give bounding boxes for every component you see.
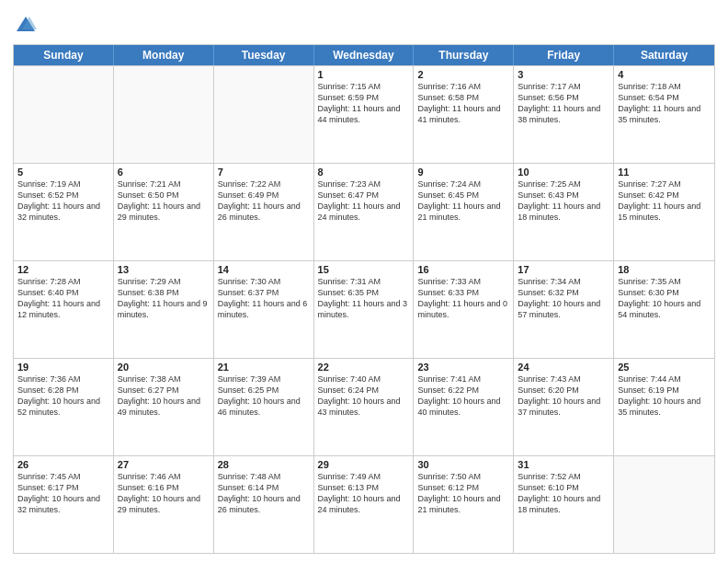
day-number: 3	[518, 69, 609, 80]
calendar-day-28: 28Sunrise: 7:48 AM Sunset: 6:14 PM Dayli…	[214, 456, 314, 553]
day-number: 9	[417, 167, 509, 178]
day-info: Sunrise: 7:40 AM Sunset: 6:24 PM Dayligh…	[318, 373, 410, 419]
calendar-day-31: 31Sunrise: 7:52 AM Sunset: 6:10 PM Dayli…	[514, 456, 614, 553]
day-number: 24	[518, 362, 609, 373]
weekday-header-monday: Monday	[114, 45, 214, 65]
day-number: 31	[518, 459, 609, 470]
day-info: Sunrise: 7:27 AM Sunset: 6:42 PM Dayligh…	[618, 178, 711, 224]
day-info: Sunrise: 7:19 AM Sunset: 6:52 PM Dayligh…	[17, 178, 109, 224]
calendar-day-29: 29Sunrise: 7:49 AM Sunset: 6:13 PM Dayli…	[314, 456, 415, 553]
calendar-day-5: 5Sunrise: 7:19 AM Sunset: 6:52 PM Daylig…	[14, 164, 114, 260]
weekday-header-tuesday: Tuesday	[214, 45, 314, 65]
day-info: Sunrise: 7:44 AM Sunset: 6:19 PM Dayligh…	[618, 373, 711, 419]
calendar-day-empty	[14, 66, 114, 163]
calendar-day-empty	[114, 66, 214, 163]
calendar-day-24: 24Sunrise: 7:43 AM Sunset: 6:20 PM Dayli…	[514, 359, 614, 455]
calendar-day-19: 19Sunrise: 7:36 AM Sunset: 6:28 PM Dayli…	[14, 359, 114, 455]
day-info: Sunrise: 7:24 AM Sunset: 6:45 PM Dayligh…	[417, 178, 509, 224]
calendar-week-5: 26Sunrise: 7:45 AM Sunset: 6:17 PM Dayli…	[14, 455, 714, 553]
calendar-day-23: 23Sunrise: 7:41 AM Sunset: 6:22 PM Dayli…	[414, 359, 514, 455]
day-info: Sunrise: 7:43 AM Sunset: 6:20 PM Dayligh…	[518, 373, 609, 419]
day-number: 23	[417, 362, 509, 373]
day-number: 18	[618, 264, 711, 275]
calendar-day-11: 11Sunrise: 7:27 AM Sunset: 6:42 PM Dayli…	[614, 164, 714, 260]
day-info: Sunrise: 7:38 AM Sunset: 6:27 PM Dayligh…	[118, 373, 210, 419]
day-number: 25	[618, 362, 711, 373]
calendar-day-7: 7Sunrise: 7:22 AM Sunset: 6:49 PM Daylig…	[214, 164, 314, 260]
weekday-header-sunday: Sunday	[14, 45, 114, 65]
day-info: Sunrise: 7:30 AM Sunset: 6:37 PM Dayligh…	[218, 276, 310, 321]
day-number: 28	[218, 459, 310, 470]
logo-icon	[13, 13, 39, 39]
day-number: 7	[218, 167, 310, 178]
weekday-header-wednesday: Wednesday	[314, 45, 415, 65]
day-info: Sunrise: 7:18 AM Sunset: 6:54 PM Dayligh…	[618, 81, 711, 126]
calendar-day-6: 6Sunrise: 7:21 AM Sunset: 6:50 PM Daylig…	[114, 164, 214, 260]
calendar-day-14: 14Sunrise: 7:30 AM Sunset: 6:37 PM Dayli…	[214, 261, 314, 358]
day-number: 16	[417, 264, 509, 275]
day-info: Sunrise: 7:35 AM Sunset: 6:30 PM Dayligh…	[618, 276, 711, 321]
calendar-body: 1Sunrise: 7:15 AM Sunset: 6:59 PM Daylig…	[14, 65, 714, 553]
weekday-header-saturday: Saturday	[614, 45, 714, 65]
day-info: Sunrise: 7:28 AM Sunset: 6:40 PM Dayligh…	[17, 276, 109, 321]
calendar-day-18: 18Sunrise: 7:35 AM Sunset: 6:30 PM Dayli…	[614, 261, 714, 358]
day-number: 12	[17, 264, 109, 275]
calendar-week-1: 1Sunrise: 7:15 AM Sunset: 6:59 PM Daylig…	[14, 65, 714, 163]
day-number: 4	[618, 69, 711, 80]
weekday-header-thursday: Thursday	[414, 45, 514, 65]
day-number: 21	[218, 362, 310, 373]
calendar-day-4: 4Sunrise: 7:18 AM Sunset: 6:54 PM Daylig…	[614, 66, 714, 163]
calendar-day-2: 2Sunrise: 7:16 AM Sunset: 6:58 PM Daylig…	[414, 66, 514, 163]
calendar-header: SundayMondayTuesdayWednesdayThursdayFrid…	[14, 45, 714, 65]
day-number: 15	[318, 264, 410, 275]
day-info: Sunrise: 7:46 AM Sunset: 6:16 PM Dayligh…	[118, 471, 210, 516]
calendar-day-15: 15Sunrise: 7:31 AM Sunset: 6:35 PM Dayli…	[314, 261, 415, 358]
day-number: 17	[518, 264, 609, 275]
day-info: Sunrise: 7:25 AM Sunset: 6:43 PM Dayligh…	[518, 178, 609, 224]
day-info: Sunrise: 7:45 AM Sunset: 6:17 PM Dayligh…	[17, 471, 109, 516]
calendar-day-8: 8Sunrise: 7:23 AM Sunset: 6:47 PM Daylig…	[314, 164, 415, 260]
day-number: 26	[17, 459, 109, 470]
calendar-day-3: 3Sunrise: 7:17 AM Sunset: 6:56 PM Daylig…	[514, 66, 614, 163]
day-number: 20	[118, 362, 210, 373]
day-info: Sunrise: 7:16 AM Sunset: 6:58 PM Dayligh…	[417, 81, 509, 126]
day-info: Sunrise: 7:22 AM Sunset: 6:49 PM Dayligh…	[218, 178, 310, 224]
calendar-day-1: 1Sunrise: 7:15 AM Sunset: 6:59 PM Daylig…	[314, 66, 415, 163]
day-number: 5	[17, 167, 109, 178]
calendar-day-22: 22Sunrise: 7:40 AM Sunset: 6:24 PM Dayli…	[314, 359, 415, 455]
calendar-day-17: 17Sunrise: 7:34 AM Sunset: 6:32 PM Dayli…	[514, 261, 614, 358]
day-info: Sunrise: 7:17 AM Sunset: 6:56 PM Dayligh…	[518, 81, 609, 126]
day-info: Sunrise: 7:34 AM Sunset: 6:32 PM Dayligh…	[518, 276, 609, 321]
day-number: 30	[417, 459, 509, 470]
day-info: Sunrise: 7:50 AM Sunset: 6:12 PM Dayligh…	[417, 471, 509, 516]
day-number: 19	[17, 362, 109, 373]
day-number: 14	[218, 264, 310, 275]
day-info: Sunrise: 7:48 AM Sunset: 6:14 PM Dayligh…	[218, 471, 310, 516]
calendar-week-3: 12Sunrise: 7:28 AM Sunset: 6:40 PM Dayli…	[14, 260, 714, 358]
day-number: 1	[318, 69, 410, 80]
calendar-day-20: 20Sunrise: 7:38 AM Sunset: 6:27 PM Dayli…	[114, 359, 214, 455]
day-info: Sunrise: 7:21 AM Sunset: 6:50 PM Dayligh…	[118, 178, 210, 224]
weekday-header-friday: Friday	[514, 45, 614, 65]
header	[13, 9, 715, 39]
calendar: SundayMondayTuesdayWednesdayThursdayFrid…	[13, 44, 715, 554]
day-number: 6	[118, 167, 210, 178]
calendar-day-9: 9Sunrise: 7:24 AM Sunset: 6:45 PM Daylig…	[414, 164, 514, 260]
day-info: Sunrise: 7:23 AM Sunset: 6:47 PM Dayligh…	[318, 178, 410, 224]
calendar-day-empty	[214, 66, 314, 163]
day-info: Sunrise: 7:41 AM Sunset: 6:22 PM Dayligh…	[417, 373, 509, 419]
calendar-day-26: 26Sunrise: 7:45 AM Sunset: 6:17 PM Dayli…	[14, 456, 114, 553]
day-number: 13	[118, 264, 210, 275]
day-number: 8	[318, 167, 410, 178]
day-info: Sunrise: 7:31 AM Sunset: 6:35 PM Dayligh…	[318, 276, 410, 321]
day-number: 22	[318, 362, 410, 373]
calendar-day-27: 27Sunrise: 7:46 AM Sunset: 6:16 PM Dayli…	[114, 456, 214, 553]
calendar-day-empty	[614, 456, 714, 553]
calendar-day-16: 16Sunrise: 7:33 AM Sunset: 6:33 PM Dayli…	[414, 261, 514, 358]
day-number: 29	[318, 459, 410, 470]
day-info: Sunrise: 7:33 AM Sunset: 6:33 PM Dayligh…	[417, 276, 509, 321]
day-info: Sunrise: 7:29 AM Sunset: 6:38 PM Dayligh…	[118, 276, 210, 321]
calendar-day-21: 21Sunrise: 7:39 AM Sunset: 6:25 PM Dayli…	[214, 359, 314, 455]
calendar-day-13: 13Sunrise: 7:29 AM Sunset: 6:38 PM Dayli…	[114, 261, 214, 358]
day-number: 11	[618, 167, 711, 178]
